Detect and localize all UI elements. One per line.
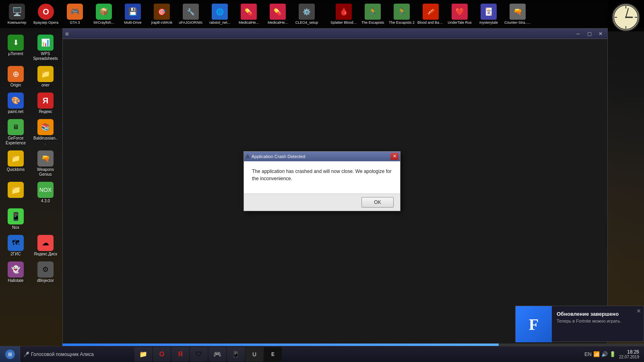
crash-dialog: ⚠ Application Crash Detected ✕ The appli… xyxy=(244,151,400,211)
fortnite-notification: F Обновление завершено Теперь в Fortnite… xyxy=(515,306,644,342)
dialog-footer: OK xyxy=(244,193,400,211)
fortnite-notification-text: Обновление завершено Теперь в Fortnite м… xyxy=(552,306,644,341)
dialog-ok-button[interactable]: OK xyxy=(361,197,394,208)
dialog-title-text: Application Crash Detected xyxy=(252,154,390,159)
desktop: 🖥️ Компьютер O Браузер Opera 🎮 GTA 3 📦 M… xyxy=(0,0,644,362)
fortnite-close-button[interactable]: ✕ xyxy=(636,308,641,314)
dialog-titlebar: ⚠ Application Crash Detected ✕ xyxy=(244,152,400,161)
dialog-body: The application has crashed and will now… xyxy=(244,161,400,193)
dialog-title-icon: ⚠ xyxy=(246,154,250,159)
dialog-message: The application has crashed and will now… xyxy=(252,168,392,182)
fortnite-subtitle: Теперь в Fortnite можно играть. xyxy=(557,319,639,323)
fortnite-icon: F xyxy=(516,306,552,342)
fortnite-title: Обновление завершено xyxy=(557,311,639,317)
dialog-close-button[interactable]: ✕ xyxy=(390,153,398,160)
